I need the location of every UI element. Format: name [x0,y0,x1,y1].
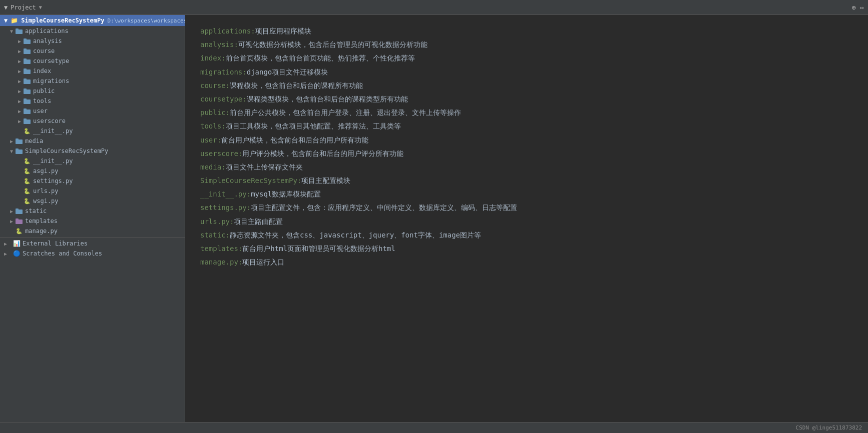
content-value: 静态资源文件夹，包含css、javascript、jquery、font字体、i… [230,229,481,242]
tree-label: __init__.py [33,158,185,164]
expand-arrow: ▶ [16,108,23,114]
content-line: coursetype: 课程类型模块，包含前台和后台的课程类型所有功能 [200,93,853,106]
bottom-bar: CSDN @linge511873822 [0,422,868,433]
expand-arrow: ▶ [16,98,23,104]
svg-rect-17 [24,108,27,110]
external-libraries-item[interactable]: ▶ 📊 External Libraries [0,238,185,248]
content-line: analysis: 可视化数据分析模块，包含后台管理员的可视化数据分析功能 [200,38,853,51]
tree-label: index [33,68,185,74]
content-key: media: [200,161,226,174]
expand-icon[interactable]: ⇔ [860,4,864,12]
project-name: SimpleCourseRecSystemPy [21,17,104,24]
tree-item-user[interactable]: ▶ user [0,106,185,116]
content-key: __init__.py: [200,188,251,200]
tree-item-applications[interactable]: ▼ applications [0,26,185,36]
expand-arrow-project: ▼ [4,17,8,24]
folder-icon [15,207,23,215]
external-libraries-label: External Libraries [23,240,88,247]
project-title-icon: ▼ [4,4,8,11]
content-key: index: [200,52,226,64]
tree-label: SimpleCourseRecSystemPy [25,148,185,154]
tree-item-tools[interactable]: ▶ tools [0,96,185,106]
content-value: 项目运行入口 [242,256,284,268]
tree-item-asgi-py[interactable]: 🐍 asgi.py [0,166,185,176]
folder-icon [23,57,31,65]
python-file-icon: 🐍 [23,167,31,175]
svg-rect-18 [24,120,31,124]
credit-text: CSDN @linge511873822 [796,424,862,431]
svg-rect-4 [24,50,31,54]
tree-label: settings.py [33,178,185,184]
folder-icon-templates [15,217,23,225]
content-line: SimpleCourseRecSystemPy: 项目主配置模块 [200,174,853,187]
tree-item-index[interactable]: ▶ index [0,66,185,76]
python-file-icon: 🐍 [23,127,31,135]
tree-label: static [25,208,185,214]
tree-item-static[interactable]: ▶ static [0,206,185,216]
expand-arrow: ▶ [16,88,23,94]
folder-icon [23,87,31,95]
content-value: django项目文件迁移模块 [247,66,328,78]
content-key: userscore: [200,148,242,160]
expand-arrow: ▶ [16,68,23,74]
svg-rect-6 [24,60,31,64]
tree-item-wsgi-py[interactable]: 🐍 wsgi.py [0,196,185,206]
svg-rect-25 [16,208,19,210]
content-key: settings.py: [200,202,251,214]
content-key: user: [200,134,221,146]
tree-item-init-py-1[interactable]: 🐍 __init__.py [0,126,185,136]
expand-arrow: ▶ [16,48,23,54]
tree-item-analysis[interactable]: ▶ analysis [0,36,185,46]
expand-arrow-ext: ▶ [4,241,11,246]
tree-label: __init__.py [33,128,185,134]
tree-item-settings-py[interactable]: 🐍 settings.py [0,176,185,186]
tree-label: manage.py [25,228,185,234]
tree-item-coursetype[interactable]: ▶ coursetype [0,56,185,66]
tree-item-templates[interactable]: ▶ templates [0,216,185,226]
tree-label: urls.py [33,188,185,194]
folder-icon [15,147,23,155]
svg-rect-1 [16,28,19,30]
scratch-icon: 🔵 [13,250,21,257]
folder-icon [15,27,23,35]
tree-item-course[interactable]: ▶ course [0,46,185,56]
expand-arrow: ▶ [16,38,23,44]
tree-item-init-py-2[interactable]: 🐍 __init__.py [0,156,185,166]
title-dropdown-arrow[interactable]: ▼ [39,4,42,10]
gear-icon[interactable]: ⊕ [851,4,855,12]
tree-item-simplecourserecsystempy[interactable]: ▼ SimpleCourseRecSystemPy [0,146,185,156]
svg-rect-2 [24,40,31,44]
bar-chart-icon: 📊 [13,240,21,247]
content-line: templates: 前台用户html页面和管理员可视化数据分析html [200,242,853,255]
expand-arrow: ▶ [8,208,15,214]
scratches-consoles-item[interactable]: ▶ 🔵 Scratches and Consoles [0,248,185,258]
tree-item-media[interactable]: ▶ media [0,136,185,146]
content-value: 前台用户公共模块，包含前台用户登录、注册、退出登录、文件上传等操作 [230,106,461,119]
content-key: SimpleCourseRecSystemPy: [200,174,301,187]
tree-item-public[interactable]: ▶ public [0,86,185,96]
expand-arrow: ▼ [8,28,15,34]
tree-item-urls-py[interactable]: 🐍 urls.py [0,186,185,196]
project-header[interactable]: ▼ 📁 SimpleCourseRecSystemPy D:\workspace… [0,15,185,26]
svg-rect-14 [24,100,31,104]
expand-arrow: ▼ [8,148,15,154]
content-value: 项目主配置模块 [301,174,350,187]
content-value: mysql数据库模块配置 [251,188,321,200]
tree-item-manage-py[interactable]: 🐍 manage.py [0,226,185,236]
expand-arrow: ▶ [16,118,23,124]
tree-label: course [33,48,185,54]
content-line: settings.py: 项目主配置文件，包含：应用程序定义、中间件定义、数据库… [200,202,853,214]
content-line: static: 静态资源文件夹，包含css、javascript、jquery、… [200,229,853,242]
content-key: analysis: [200,38,238,51]
content-key: urls.py: [200,216,234,228]
content-line: migrations: django项目文件迁移模块 [200,66,853,78]
content-value: 项目工具模块，包含项目其他配置、推荐算法、工具类等 [226,120,401,132]
folder-icon [23,107,31,115]
content-line: userscore: 用户评分模块，包含前台和后台的用户评分所有功能 [200,148,853,160]
content-value: 课程模块，包含前台和后台的课程所有功能 [230,80,363,92]
svg-rect-5 [24,48,27,50]
svg-rect-9 [24,68,27,70]
title-bar-right: ⊕ ⇔ [851,4,864,12]
tree-item-migrations[interactable]: ▶ migrations [0,76,185,86]
tree-item-userscore[interactable]: ▶ userscore [0,116,185,126]
